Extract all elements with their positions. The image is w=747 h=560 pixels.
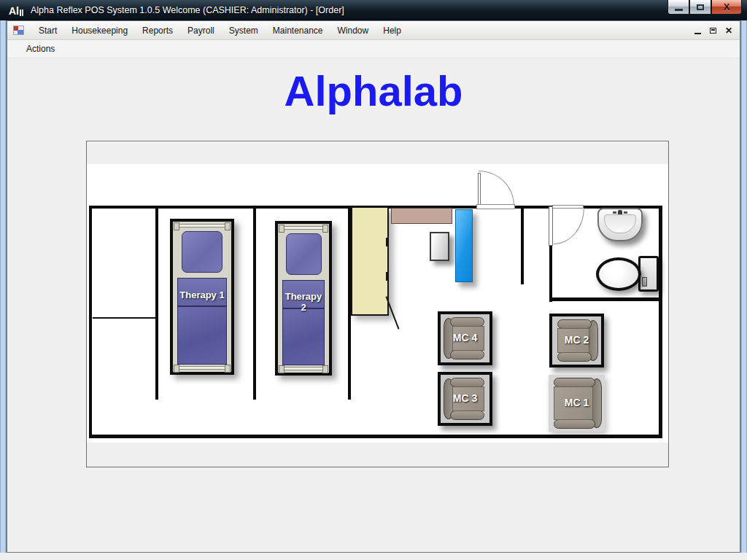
toilet-tank — [638, 256, 659, 292]
toilet — [596, 256, 660, 294]
minimize-icon — [675, 9, 683, 11]
side-table — [430, 232, 449, 261]
app-logo-icon: Al — [9, 4, 25, 16]
bathroom-door-panel — [549, 206, 553, 246]
wall-hall-stub — [521, 208, 524, 284]
wall-room-divider-2 — [253, 208, 256, 400]
floorplan-bottom-margin — [87, 443, 668, 467]
menu-housekeeping[interactable]: Housekeeping — [64, 23, 135, 39]
page-title: Alphalab — [7, 66, 740, 115]
bed-blanket — [177, 306, 227, 365]
bed-pillow — [182, 231, 222, 273]
bathroom-door-swing-arc — [554, 208, 584, 244]
wall-bathroom-left — [549, 246, 552, 302]
floorplan-canvas[interactable]: Therapy 1 Therapy 2 — [86, 141, 669, 467]
menubar: Start Housekeeping Reports Payroll Syste… — [7, 21, 740, 40]
chair-label: MC 1 — [549, 397, 605, 408]
cabinet — [351, 206, 389, 316]
minimize-button[interactable] — [667, 0, 689, 15]
menu-start[interactable]: Start — [31, 23, 64, 39]
menu-window[interactable]: Window — [330, 23, 376, 39]
massage-chair-mc3[interactable]: MC 3 — [438, 372, 492, 426]
app-window: Al Alpha Reflex POS System 1.0.5 Welcome… — [0, 0, 747, 560]
window-title: Alpha Reflex POS System 1.0.5 Welcome (C… — [31, 5, 344, 15]
mdi-child-controls: ✕ — [694, 26, 732, 35]
menu-help[interactable]: Help — [376, 23, 409, 39]
wall-left — [89, 206, 92, 438]
actions-menubar: Actions — [7, 40, 740, 58]
left-room-counter-line — [93, 317, 157, 319]
menu-payroll[interactable]: Payroll — [180, 23, 222, 39]
window-border-right — [740, 20, 747, 553]
menu-system[interactable]: System — [222, 23, 266, 39]
wall-bathroom-bottom — [549, 298, 662, 301]
therapy-bed-2[interactable]: Therapy 2 — [275, 221, 332, 376]
massage-chair-mc2[interactable]: MC 2 — [549, 314, 604, 368]
massage-chair-mc4[interactable]: MC 4 — [438, 311, 492, 365]
wall-right — [659, 206, 662, 438]
entrance-door-sill — [476, 204, 515, 209]
menu-actions[interactable]: Actions — [19, 41, 62, 57]
window-border-left — [0, 20, 7, 553]
bed-footboard — [279, 367, 328, 370]
mdi-close-icon[interactable]: ✕ — [725, 26, 732, 35]
entrance-door-swing-arc — [479, 171, 514, 206]
wall-shelf — [391, 208, 452, 224]
therapy-room-label: Therapy 1 — [173, 289, 231, 300]
mdi-child-form-icon[interactable] — [13, 26, 24, 35]
window-border-bottom — [0, 553, 747, 560]
massage-chair-mc1[interactable]: MC 1 — [549, 375, 605, 432]
window-controls: X — [667, 0, 742, 15]
menu-maintenance[interactable]: Maintenance — [266, 23, 330, 39]
bed-blanket — [282, 308, 325, 365]
therapy-room-label: Therapy 2 — [283, 291, 324, 313]
bed-pillow — [286, 233, 322, 275]
restore-button[interactable] — [689, 0, 711, 15]
sink — [597, 208, 643, 241]
close-button[interactable]: X — [711, 0, 742, 15]
bed-headboard — [174, 224, 230, 228]
wall-bottom — [89, 435, 662, 438]
client-area: Start Housekeeping Reports Payroll Syste… — [7, 20, 740, 553]
chair-label: MC 4 — [441, 332, 489, 343]
wall-room-divider-1 — [155, 208, 158, 400]
toilet-bowl — [596, 257, 641, 291]
floorplan-top-margin — [87, 142, 668, 164]
therapy-bed-1[interactable]: Therapy 1 — [170, 219, 234, 375]
mdi-minimize-icon[interactable] — [694, 33, 701, 34]
bed-headboard — [279, 226, 328, 230]
chair-label: MC 2 — [552, 334, 601, 346]
mdi-restore-icon[interactable] — [710, 28, 716, 34]
exercise-mat — [455, 209, 473, 282]
chair-label: MC 3 — [441, 392, 489, 404]
cabinet-open-door-line — [385, 296, 399, 330]
titlebar[interactable]: Al Alpha Reflex POS System 1.0.5 Welcome… — [0, 0, 747, 20]
restore-icon — [697, 4, 704, 10]
flush-button — [642, 277, 647, 287]
close-icon: X — [724, 2, 730, 12]
menu-reports[interactable]: Reports — [135, 23, 180, 39]
bed-footboard — [174, 366, 230, 370]
entrance-door-panel — [478, 173, 481, 206]
